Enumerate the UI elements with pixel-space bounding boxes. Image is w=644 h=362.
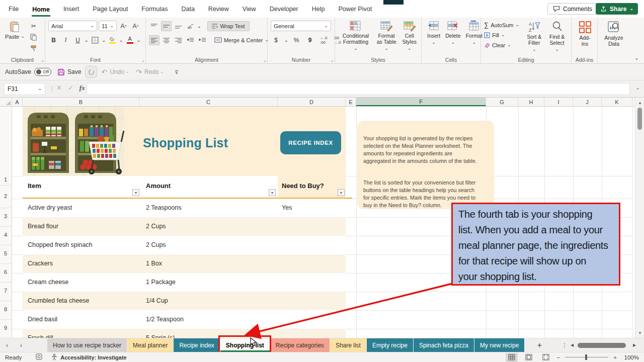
table-row[interactable]: Active dry yeast2 TeaspoonsYes (23, 199, 346, 217)
horizontal-scrollbar-thumb[interactable] (578, 343, 626, 348)
orientation-icon[interactable]: ab (185, 21, 196, 31)
column-header-h[interactable]: H (518, 98, 544, 106)
row-header-3[interactable]: 3 (0, 213, 11, 219)
menu-page-layout[interactable]: Page Layout (92, 5, 128, 14)
undo-icon[interactable]: ↶ (101, 68, 107, 76)
enter-icon[interactable]: ✓ (68, 84, 73, 92)
column-header-e[interactable]: E (346, 98, 356, 106)
shrink-font-button[interactable]: A˅ (130, 21, 141, 31)
row-header-4[interactable]: 4 (0, 232, 11, 238)
formula-input[interactable] (87, 83, 630, 95)
zoom-out-icon[interactable]: − (557, 354, 560, 360)
alignment-dialog-launcher[interactable]: ⌟ (264, 57, 266, 62)
column-header-i[interactable]: I (544, 98, 573, 106)
row-header-1[interactable]: 1 (0, 176, 11, 183)
bold-button[interactable]: B (48, 35, 59, 45)
italic-button[interactable]: I (60, 35, 71, 45)
addins-button[interactable]: Add-ins (575, 20, 595, 48)
customize-qat-icon[interactable]: ⊽ (175, 69, 178, 75)
hscroll-right-icon[interactable]: ▶ (631, 338, 638, 352)
scroll-down-icon[interactable]: ▼ (635, 329, 644, 337)
copy-icon[interactable] (29, 33, 39, 42)
zoom-slider-thumb[interactable] (585, 354, 587, 360)
save-label[interactable]: Save (67, 68, 81, 75)
collapse-ribbon-icon[interactable]: ⌄ (634, 55, 639, 61)
cancel-icon[interactable]: ✕ (56, 84, 62, 92)
menu-insert[interactable]: Insert (63, 5, 79, 14)
tab-spinach-feta-pizza[interactable]: Spinach feta pizza (414, 338, 474, 352)
font-dialog-launcher[interactable]: ⌟ (142, 57, 144, 62)
table-row[interactable]: Fresh dill5 Sprig (s) (23, 329, 346, 338)
menu-data[interactable]: Data (181, 5, 195, 14)
column-header-f[interactable]: F (356, 98, 486, 106)
table-row[interactable]: Bread flour2 Cups (23, 217, 346, 236)
row-header-6[interactable]: 6 (0, 269, 11, 275)
column-header-d[interactable]: D (278, 98, 346, 106)
tab-recipe-categories[interactable]: Recipe categories (270, 338, 330, 352)
menu-developer[interactable]: Developer (269, 5, 299, 14)
paste-button[interactable]: Paste (3, 20, 27, 41)
autosave-toggle[interactable]: Off (34, 68, 51, 76)
align-center-icon[interactable] (161, 35, 172, 45)
column-header-g[interactable]: G (486, 98, 518, 106)
decrease-indent-icon[interactable] (185, 35, 196, 45)
font-color-icon[interactable]: A (125, 35, 135, 45)
percent-icon[interactable]: % (291, 35, 302, 45)
align-middle-icon[interactable] (161, 21, 172, 31)
page-layout-view-icon[interactable] (523, 353, 535, 362)
insert-function-icon[interactable]: fx (79, 84, 85, 92)
horizontal-scrollbar[interactable] (577, 343, 630, 348)
filter-button-need-to-buy[interactable]: ▾ (338, 189, 345, 196)
table-row[interactable]: Crackers1 Box (23, 254, 346, 273)
delete-cells-button[interactable]: Delete (443, 20, 463, 47)
row-header-5[interactable]: 5 (0, 250, 11, 256)
cut-icon[interactable]: ✂ (29, 22, 39, 31)
align-right-icon[interactable] (173, 35, 184, 45)
filter-button-item[interactable]: ▾ (132, 189, 139, 196)
align-left-icon[interactable] (149, 35, 159, 45)
tab-share-list[interactable]: Share list (330, 338, 366, 352)
column-header-k[interactable]: K (602, 98, 632, 106)
fill-color-icon[interactable] (107, 35, 118, 45)
align-bottom-icon[interactable] (173, 21, 184, 31)
cell-styles-button[interactable]: Cell Styles (399, 20, 419, 53)
menu-view[interactable]: View (242, 5, 257, 14)
zoom-level[interactable]: 100% (622, 354, 639, 360)
analyze-data-button[interactable]: Analyze Data (601, 20, 627, 48)
row-header-8[interactable]: 8 (0, 306, 11, 312)
find-select-button[interactable]: Find & Select (545, 20, 569, 54)
increase-decimal-icon[interactable]: ←.0.00 (318, 35, 329, 45)
prev-sheet-icon[interactable]: ‹ (0, 338, 14, 352)
row-header-7[interactable]: 7 (0, 288, 11, 294)
save-icon[interactable] (57, 68, 65, 76)
comments-button[interactable]: Comments (547, 3, 598, 15)
menu-help[interactable]: Help (311, 5, 326, 14)
number-dialog-launcher[interactable]: ⌟ (331, 57, 333, 62)
format-as-table-button[interactable]: Format as Table (373, 20, 400, 53)
format-painter-icon[interactable] (29, 44, 39, 53)
font-family-select[interactable]: Arial (48, 21, 97, 31)
new-sheet-button[interactable]: + (531, 338, 548, 352)
macro-record-icon[interactable] (36, 353, 42, 361)
fill-button[interactable]: Fill (484, 31, 519, 39)
tab-shopping-list[interactable]: Shopping list (220, 338, 270, 352)
hscroll-left-icon[interactable]: ◀ (569, 338, 576, 352)
sort-filter-button[interactable]: AZ Sort & Filter (523, 20, 545, 54)
column-header-j[interactable]: J (573, 98, 602, 106)
filter-button-amount[interactable]: ▾ (269, 189, 276, 196)
insert-cells-button[interactable]: Insert (425, 20, 443, 47)
menu-formulas[interactable]: Formulas (141, 5, 168, 14)
tab-my-new-recipe[interactable]: My new recipe (474, 338, 524, 352)
select-all-corner[interactable] (0, 98, 12, 106)
page-break-view-icon[interactable] (540, 353, 552, 362)
table-row[interactable]: Crumbled feta cheese1/4 Cup (23, 292, 346, 310)
accessibility-status[interactable]: Accessibility: Investigate (51, 354, 126, 360)
tab-empty-recipe[interactable]: Empty recipe (367, 338, 413, 352)
normal-view-icon[interactable] (506, 353, 518, 362)
name-box[interactable]: F31 (4, 83, 45, 95)
font-size-select[interactable]: 11 (99, 21, 117, 31)
zoom-in-icon[interactable]: + (613, 354, 617, 360)
clipboard-dialog-launcher[interactable]: ⌟ (41, 57, 43, 62)
tab-how-to-use-recipe-tracker[interactable]: How to use recipe tracker (47, 338, 127, 352)
tab-meal-planner[interactable]: Meal planner (127, 338, 173, 352)
